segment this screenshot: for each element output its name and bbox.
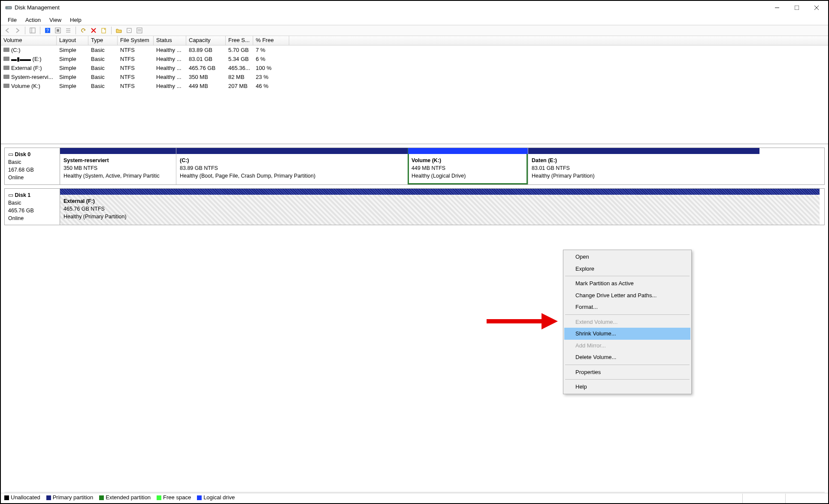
properties-icon[interactable]	[124, 26, 134, 35]
menu-action[interactable]: Action	[21, 16, 45, 24]
cell-fs: NTFS	[118, 82, 154, 90]
maximize-button[interactable]	[787, 1, 807, 14]
context-menu-item[interactable]: Explore	[564, 263, 690, 275]
context-menu-item[interactable]: Open	[564, 251, 690, 263]
context-menu-item[interactable]: Change Drive Letter and Paths...	[564, 290, 690, 302]
help-icon[interactable]: ?	[43, 26, 52, 35]
list-icon[interactable]	[64, 26, 73, 35]
col-volume[interactable]: Volume	[1, 36, 57, 45]
volume-row[interactable]: Volume (K:)SimpleBasicNTFSHealthy ...449…	[1, 81, 828, 91]
cell-pct: 7 %	[253, 46, 289, 54]
cell-pct: 100 %	[253, 64, 289, 72]
drive-icon	[3, 75, 9, 79]
partition[interactable]: System-reserviert350 MB NTFSHealthy (Sys…	[60, 148, 176, 184]
partition-status: Healthy (Boot, Page File, Crash Dump, Pr…	[180, 173, 315, 179]
cell-capacity: 83.89 GB	[186, 46, 226, 54]
volume-row[interactable]: External (F:)SimpleBasicNTFSHealthy ...4…	[1, 63, 828, 72]
cell-status: Healthy ...	[154, 46, 186, 54]
partition[interactable]: Daten (E:)83.01 GB NTFSHealthy (Primary …	[528, 148, 759, 184]
col-capacity[interactable]: Capacity	[186, 36, 226, 45]
cell-layout: Simple	[57, 82, 88, 90]
drive-icon	[3, 48, 9, 52]
undo-icon[interactable]	[79, 26, 88, 35]
cell-capacity: 465.76 GB	[186, 64, 226, 72]
volume-list-header: Volume Layout Type File System Status Ca…	[1, 36, 828, 45]
menu-file[interactable]: File	[3, 16, 21, 24]
minimize-button[interactable]	[767, 1, 787, 14]
context-menu-separator	[565, 276, 690, 276]
volume-row[interactable]: ▬▮▬▬ (E:)SimpleBasicNTFSHealthy ...83.01…	[1, 54, 828, 63]
context-menu-item[interactable]: Shrink Volume...	[564, 328, 690, 340]
col-pctfree[interactable]: % Free	[253, 36, 289, 45]
new-icon[interactable]	[99, 26, 109, 35]
volume-name: External (F:)	[11, 65, 42, 71]
forward-button[interactable]	[13, 26, 22, 35]
col-filesystem[interactable]: File System	[118, 36, 154, 45]
back-button[interactable]	[3, 26, 12, 35]
show-hide-tree-icon[interactable]	[28, 26, 37, 35]
context-menu-separator	[565, 314, 690, 315]
drive-icon	[3, 66, 9, 70]
volume-name: ▬▮▬▬ (E:)	[11, 56, 42, 62]
disk-label[interactable]: ▭ Disk 0Basic167.68 GBOnline	[4, 148, 60, 185]
svg-rect-20	[137, 28, 142, 33]
partition-title: External (F:)	[64, 198, 95, 204]
context-menu-item[interactable]: Help	[564, 381, 690, 393]
cell-pct: 6 %	[253, 55, 289, 63]
cell-pct: 46 %	[253, 82, 289, 90]
cell-type: Basic	[88, 64, 118, 72]
volume-row[interactable]: System-reservi...SimpleBasicNTFSHealthy …	[1, 72, 828, 81]
disk-icon: ▭	[8, 192, 13, 198]
more-icon[interactable]	[135, 26, 144, 35]
col-layout[interactable]: Layout	[57, 36, 88, 45]
cell-fs: NTFS	[118, 64, 154, 72]
disk-label[interactable]: ▭ Disk 1Basic465.76 GBOnline	[4, 188, 60, 226]
partition[interactable]: (C:)83.89 GB NTFSHealthy (Boot, Page Fil…	[176, 148, 408, 184]
partition[interactable]: Volume (K:)449 MB NTFSHealthy (Logical D…	[408, 148, 528, 184]
context-menu-item[interactable]: Mark Partition as Active	[564, 278, 690, 290]
disk-row: ▭ Disk 0Basic167.68 GBOnlineSystem-reser…	[4, 148, 825, 185]
cell-free: 465.36...	[226, 64, 253, 72]
context-menu-item[interactable]: Format...	[564, 301, 690, 313]
svg-rect-6	[30, 28, 35, 33]
toolbar: ?	[1, 25, 828, 36]
partition-title: (C:)	[180, 157, 189, 163]
partition-title: Daten (E:)	[532, 157, 557, 163]
cell-type: Basic	[88, 55, 118, 63]
cell-free: 5.34 GB	[226, 55, 253, 63]
cell-capacity: 449 MB	[186, 82, 226, 90]
settings-icon[interactable]	[53, 26, 63, 35]
partition-size: 83.01 GB NTFS	[532, 165, 570, 171]
context-menu-item[interactable]: Properties	[564, 366, 690, 378]
context-menu-item[interactable]: Delete Volume...	[564, 351, 690, 363]
cell-capacity: 83.01 GB	[186, 55, 226, 63]
cell-status: Healthy ...	[154, 73, 186, 81]
svg-rect-3	[795, 6, 799, 10]
partition[interactable]: External (F:)465.76 GB NTFSHealthy (Prim…	[60, 189, 820, 225]
svg-point-19	[129, 30, 130, 31]
menu-view[interactable]: View	[45, 16, 66, 24]
annotation-arrow	[487, 315, 560, 328]
partition-size: 350 MB NTFS	[64, 165, 97, 171]
volume-row[interactable]: (C:)SimpleBasicNTFSHealthy ...83.89 GB5.…	[1, 45, 828, 54]
col-freespace[interactable]: Free S...	[226, 36, 253, 45]
partition-title: Volume (K:)	[411, 157, 441, 163]
cell-free: 5.70 GB	[226, 46, 253, 54]
cell-fs: NTFS	[118, 46, 154, 54]
col-type[interactable]: Type	[88, 36, 118, 45]
cell-free: 207 MB	[226, 82, 253, 90]
context-menu-separator	[565, 365, 690, 365]
col-status[interactable]: Status	[154, 36, 186, 45]
menu-help[interactable]: Help	[66, 16, 86, 24]
svg-text:?: ?	[46, 28, 49, 33]
app-icon	[5, 4, 12, 11]
delete-icon[interactable]	[89, 26, 98, 35]
context-menu-item: Extend Volume...	[564, 316, 690, 328]
context-menu: OpenExploreMark Partition as ActiveChang…	[563, 250, 692, 394]
partition-size: 465.76 GB NTFS	[64, 206, 105, 212]
open-folder-icon[interactable]	[114, 26, 124, 35]
disk-graphical-area: ▭ Disk 0Basic167.68 GBOnlineSystem-reser…	[1, 144, 828, 232]
context-menu-item: Add Mirror...	[564, 340, 690, 352]
close-button[interactable]	[807, 1, 826, 14]
drive-icon	[3, 57, 9, 61]
